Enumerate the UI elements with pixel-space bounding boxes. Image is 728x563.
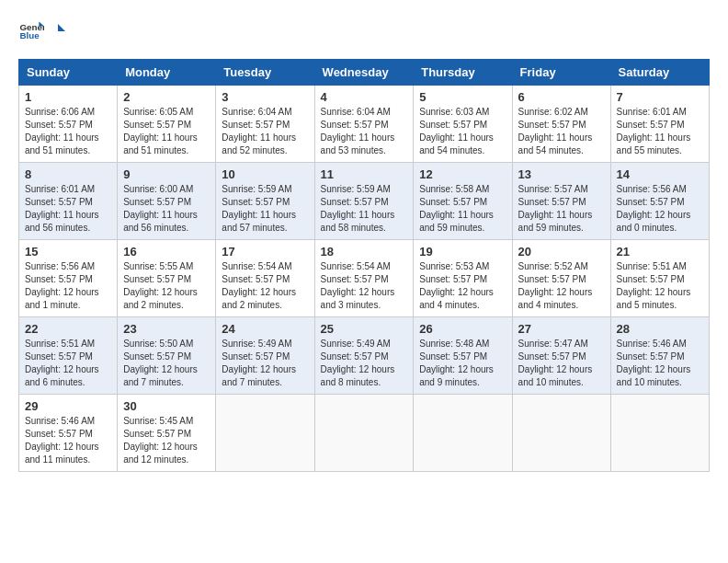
day-number: 7 bbox=[617, 90, 703, 104]
calendar-week-row: 15Sunrise: 5:56 AMSunset: 5:57 PMDayligh… bbox=[19, 240, 710, 317]
calendar-day-cell: 29Sunrise: 5:46 AMSunset: 5:57 PMDayligh… bbox=[19, 395, 118, 472]
calendar-day-cell: 7Sunrise: 6:01 AMSunset: 5:57 PMDaylight… bbox=[610, 86, 709, 163]
calendar-day-cell: 28Sunrise: 5:46 AMSunset: 5:57 PMDayligh… bbox=[610, 317, 709, 395]
logo: General Blue bbox=[18, 18, 68, 44]
day-info: Sunrise: 5:57 AMSunset: 5:57 PMDaylight:… bbox=[518, 184, 593, 233]
calendar-day-cell: 15Sunrise: 5:56 AMSunset: 5:57 PMDayligh… bbox=[19, 240, 118, 317]
calendar-day-cell bbox=[512, 395, 610, 472]
calendar-day-cell bbox=[314, 395, 414, 472]
day-number: 15 bbox=[25, 245, 111, 259]
calendar-day-cell: 9Sunrise: 6:00 AMSunset: 5:57 PMDaylight… bbox=[118, 163, 216, 240]
weekday-header-wednesday: Wednesday bbox=[314, 60, 414, 86]
calendar-day-cell: 3Sunrise: 6:04 AMSunset: 5:57 PMDaylight… bbox=[216, 86, 314, 163]
day-info: Sunrise: 5:54 AMSunset: 5:57 PMDaylight:… bbox=[321, 261, 395, 310]
day-number: 2 bbox=[123, 90, 210, 104]
calendar-week-row: 8Sunrise: 6:01 AMSunset: 5:57 PMDaylight… bbox=[19, 163, 710, 240]
calendar-day-cell: 14Sunrise: 5:56 AMSunset: 5:57 PMDayligh… bbox=[610, 163, 709, 240]
calendar-table: SundayMondayTuesdayWednesdayThursdayFrid… bbox=[18, 59, 710, 472]
day-info: Sunrise: 5:46 AMSunset: 5:57 PMDaylight:… bbox=[25, 416, 99, 465]
day-info: Sunrise: 5:56 AMSunset: 5:57 PMDaylight:… bbox=[617, 184, 691, 233]
calendar-day-cell: 23Sunrise: 5:50 AMSunset: 5:57 PMDayligh… bbox=[118, 317, 216, 395]
calendar-day-cell: 6Sunrise: 6:02 AMSunset: 5:57 PMDaylight… bbox=[512, 86, 610, 163]
day-number: 10 bbox=[222, 167, 308, 181]
calendar-day-cell: 27Sunrise: 5:47 AMSunset: 5:57 PMDayligh… bbox=[512, 317, 610, 395]
day-number: 6 bbox=[518, 90, 605, 104]
calendar-day-cell: 17Sunrise: 5:54 AMSunset: 5:57 PMDayligh… bbox=[216, 240, 314, 317]
day-number: 25 bbox=[321, 322, 408, 336]
day-number: 24 bbox=[222, 322, 308, 336]
day-info: Sunrise: 6:03 AMSunset: 5:57 PMDaylight:… bbox=[419, 107, 494, 155]
day-number: 12 bbox=[419, 167, 506, 181]
day-number: 5 bbox=[419, 90, 506, 104]
day-number: 3 bbox=[222, 90, 308, 104]
svg-marker-3 bbox=[58, 24, 65, 31]
day-number: 9 bbox=[123, 167, 210, 181]
calendar-day-cell: 25Sunrise: 5:49 AMSunset: 5:57 PMDayligh… bbox=[314, 317, 414, 395]
calendar-day-cell bbox=[414, 395, 512, 472]
calendar-day-cell: 5Sunrise: 6:03 AMSunset: 5:57 PMDaylight… bbox=[414, 86, 512, 163]
day-info: Sunrise: 5:49 AMSunset: 5:57 PMDaylight:… bbox=[321, 339, 395, 387]
calendar-day-cell bbox=[216, 395, 314, 472]
day-number: 1 bbox=[25, 90, 111, 104]
day-number: 16 bbox=[123, 245, 210, 259]
calendar-day-cell: 20Sunrise: 5:52 AMSunset: 5:57 PMDayligh… bbox=[512, 240, 610, 317]
day-number: 30 bbox=[123, 399, 210, 413]
day-number: 21 bbox=[617, 245, 703, 259]
calendar-day-cell: 19Sunrise: 5:53 AMSunset: 5:57 PMDayligh… bbox=[414, 240, 512, 317]
calendar-day-cell: 4Sunrise: 6:04 AMSunset: 5:57 PMDaylight… bbox=[314, 86, 414, 163]
day-info: Sunrise: 5:53 AMSunset: 5:57 PMDaylight:… bbox=[419, 261, 494, 310]
day-info: Sunrise: 6:06 AMSunset: 5:57 PMDaylight:… bbox=[25, 107, 99, 155]
calendar-day-cell: 12Sunrise: 5:58 AMSunset: 5:57 PMDayligh… bbox=[414, 163, 512, 240]
day-number: 28 bbox=[617, 322, 703, 336]
weekday-header-sunday: Sunday bbox=[19, 60, 118, 86]
calendar-day-cell: 26Sunrise: 5:48 AMSunset: 5:57 PMDayligh… bbox=[414, 317, 512, 395]
calendar-week-row: 29Sunrise: 5:46 AMSunset: 5:57 PMDayligh… bbox=[19, 395, 710, 472]
calendar-day-cell: 18Sunrise: 5:54 AMSunset: 5:57 PMDayligh… bbox=[314, 240, 414, 317]
day-number: 20 bbox=[518, 245, 605, 259]
day-info: Sunrise: 5:50 AMSunset: 5:57 PMDaylight:… bbox=[123, 339, 198, 387]
day-info: Sunrise: 6:04 AMSunset: 5:57 PMDaylight:… bbox=[321, 107, 395, 155]
day-info: Sunrise: 5:59 AMSunset: 5:57 PMDaylight:… bbox=[222, 184, 296, 233]
calendar-day-cell: 22Sunrise: 5:51 AMSunset: 5:57 PMDayligh… bbox=[19, 317, 118, 395]
day-number: 29 bbox=[25, 399, 111, 413]
calendar-day-cell: 16Sunrise: 5:55 AMSunset: 5:57 PMDayligh… bbox=[118, 240, 216, 317]
calendar-week-row: 22Sunrise: 5:51 AMSunset: 5:57 PMDayligh… bbox=[19, 317, 710, 395]
day-number: 19 bbox=[419, 245, 506, 259]
day-number: 4 bbox=[321, 90, 408, 104]
day-number: 22 bbox=[25, 322, 111, 336]
calendar-day-cell: 24Sunrise: 5:49 AMSunset: 5:57 PMDayligh… bbox=[216, 317, 314, 395]
day-number: 8 bbox=[25, 167, 111, 181]
day-info: Sunrise: 5:59 AMSunset: 5:57 PMDaylight:… bbox=[321, 184, 395, 233]
day-info: Sunrise: 5:47 AMSunset: 5:57 PMDaylight:… bbox=[518, 339, 593, 387]
calendar-day-cell: 21Sunrise: 5:51 AMSunset: 5:57 PMDayligh… bbox=[610, 240, 709, 317]
day-number: 23 bbox=[123, 322, 210, 336]
day-info: Sunrise: 5:45 AMSunset: 5:57 PMDaylight:… bbox=[123, 416, 198, 465]
day-info: Sunrise: 5:49 AMSunset: 5:57 PMDaylight:… bbox=[222, 339, 296, 387]
calendar-day-cell: 13Sunrise: 5:57 AMSunset: 5:57 PMDayligh… bbox=[512, 163, 610, 240]
weekday-header-monday: Monday bbox=[118, 60, 216, 86]
day-info: Sunrise: 5:58 AMSunset: 5:57 PMDaylight:… bbox=[419, 184, 494, 233]
day-info: Sunrise: 5:48 AMSunset: 5:57 PMDaylight:… bbox=[419, 339, 494, 387]
day-info: Sunrise: 6:01 AMSunset: 5:57 PMDaylight:… bbox=[25, 184, 99, 233]
day-info: Sunrise: 6:01 AMSunset: 5:57 PMDaylight:… bbox=[617, 107, 691, 155]
weekday-header-thursday: Thursday bbox=[414, 60, 512, 86]
calendar-header-row: SundayMondayTuesdayWednesdayThursdayFrid… bbox=[19, 60, 710, 86]
day-number: 11 bbox=[321, 167, 408, 181]
page-header: General Blue bbox=[18, 18, 710, 44]
day-info: Sunrise: 6:02 AMSunset: 5:57 PMDaylight:… bbox=[518, 107, 593, 155]
day-info: Sunrise: 5:51 AMSunset: 5:57 PMDaylight:… bbox=[25, 339, 99, 387]
day-info: Sunrise: 5:56 AMSunset: 5:57 PMDaylight:… bbox=[25, 261, 99, 310]
day-number: 13 bbox=[518, 167, 605, 181]
day-number: 27 bbox=[518, 322, 605, 336]
day-info: Sunrise: 5:54 AMSunset: 5:57 PMDaylight:… bbox=[222, 261, 296, 310]
weekday-header-tuesday: Tuesday bbox=[216, 60, 314, 86]
logo-icon: General Blue bbox=[18, 18, 44, 44]
day-number: 18 bbox=[321, 245, 408, 259]
day-number: 26 bbox=[419, 322, 506, 336]
calendar-day-cell: 11Sunrise: 5:59 AMSunset: 5:57 PMDayligh… bbox=[314, 163, 414, 240]
weekday-header-saturday: Saturday bbox=[610, 60, 709, 86]
day-number: 17 bbox=[222, 245, 308, 259]
calendar-day-cell bbox=[610, 395, 709, 472]
day-info: Sunrise: 6:04 AMSunset: 5:57 PMDaylight:… bbox=[222, 107, 296, 155]
day-info: Sunrise: 5:52 AMSunset: 5:57 PMDaylight:… bbox=[518, 261, 593, 310]
